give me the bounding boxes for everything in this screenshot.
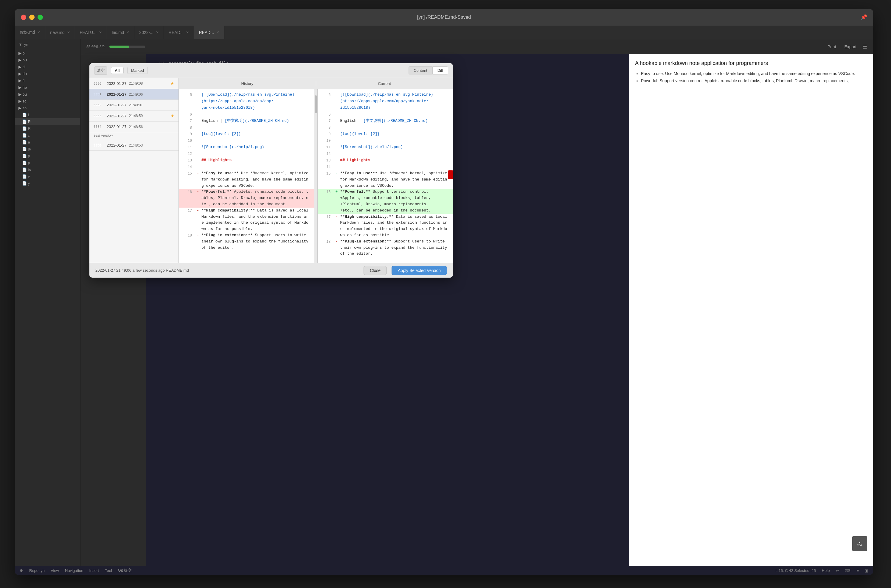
pin-icon[interactable]: 📌: [861, 14, 867, 21]
sidebar-item-do[interactable]: ▶ do: [15, 70, 80, 77]
progress-bar-fill: [110, 46, 129, 48]
toc-icon[interactable]: ☰: [862, 44, 867, 50]
status-bar-view[interactable]: View: [51, 568, 59, 573]
content-top-bar-right: Print Export ☰: [825, 43, 867, 50]
sidebar-file-e[interactable]: 📄 e: [15, 139, 80, 146]
app-window: [yn] /README.md-Saved 📌 你好.md ✕ new.md ✕…: [15, 9, 873, 575]
sidebar-item-sc[interactable]: ▶ sc: [15, 98, 80, 105]
diff-right-line-16: 16 + **Powerful:** Support version contr…: [318, 189, 453, 214]
history-clear-button[interactable]: 清空: [94, 66, 107, 75]
diff-left-line-11: 11 ![Screenshot](./help/1.png): [179, 144, 314, 151]
tab-read2[interactable]: READ... ✕: [194, 26, 224, 39]
history-close-button[interactable]: Close: [364, 266, 387, 275]
diff-left-line-8: 8: [179, 124, 314, 131]
tab-close-feature[interactable]: ✕: [99, 30, 102, 34]
diff-side-right[interactable]: 5 [![Download](./help/mas_en_svg.Pintein…: [317, 89, 453, 263]
minimize-button[interactable]: [29, 15, 35, 20]
history-item-0004[interactable]: 0004 2022-01-27 21:48:56: [89, 122, 179, 132]
diff-left-line-5c: yank-note/id1551528618): [179, 105, 314, 111]
history-dialog-footer: 2022-01-27 21:49:06 a few seconds ago RE…: [89, 263, 453, 278]
diff-right-line-6: 6: [318, 111, 453, 118]
history-item-0005[interactable]: 0005 2022-01-27 21:48:53: [89, 140, 179, 151]
tab-read1[interactable]: READ... ✕: [164, 26, 194, 39]
sidebar-file-r1[interactable]: 📄 R: [15, 118, 80, 125]
history-item-0001[interactable]: 0001 2022-01-27 21:49:06: [89, 89, 179, 100]
tab-his[interactable]: his.md ✕: [107, 26, 134, 39]
close-button[interactable]: [21, 15, 26, 20]
diff-header: History Current: [179, 78, 453, 89]
diff-right-line-18: 18 - **Plug-in extension:** Support user…: [318, 238, 453, 257]
sidebar-file-p1[interactable]: 📄 p: [15, 153, 80, 159]
sidebar-item-ou[interactable]: ▶ ou: [15, 91, 80, 98]
sidebar-item-sn[interactable]: ▶ sn: [15, 105, 80, 111]
diff-scrollbar-center[interactable]: [314, 89, 317, 263]
history-item-0002[interactable]: 0002 2022-01-27 21:49:01: [89, 100, 179, 111]
tab-ni-hao[interactable]: 你好.md ✕: [15, 26, 45, 39]
preview-title: A hookable markdown note application for…: [635, 60, 867, 66]
status-bar-list-icon[interactable]: ≡: [856, 568, 859, 573]
export-button[interactable]: Export: [842, 43, 859, 50]
diff-scroll-marker: [448, 170, 453, 179]
sidebar-item-fil[interactable]: ▶ fil: [15, 77, 80, 84]
tab-close-new[interactable]: ✕: [67, 30, 70, 34]
status-bar-tool[interactable]: Tool: [105, 568, 112, 573]
status-bar-repo[interactable]: Repo: yn: [29, 568, 45, 573]
tab-close-his[interactable]: ✕: [126, 30, 129, 34]
history-filter-all-button[interactable]: All: [111, 67, 124, 74]
history-tab-content[interactable]: Content: [409, 66, 433, 75]
diff-content: 5 [![Download](./help/mas_en_svg.Pintein…: [179, 89, 453, 263]
diff-left-line-6: 6: [179, 111, 314, 118]
sidebar-file-p2[interactable]: 📄 p: [15, 159, 80, 166]
top-arrow-icon: ▲: [858, 541, 861, 544]
sidebar-item-bu[interactable]: ▶ bu: [15, 57, 80, 63]
status-bar-settings-icon[interactable]: ⚙: [20, 568, 23, 573]
sidebar-file-v[interactable]: 📄 v: [15, 173, 80, 180]
diff-right-line-5b: (https://apps.apple.com/app/yank-note/: [318, 98, 453, 105]
diff-header-history: History: [179, 81, 316, 86]
history-item-0003[interactable]: 0003 2022-01-27 21:48:59 ★: [89, 111, 179, 122]
status-bar-terminal-icon[interactable]: ⌨: [845, 568, 850, 573]
tab-feature[interactable]: FEATU... ✕: [75, 26, 107, 39]
history-apply-button[interactable]: Apply Selected Version: [392, 266, 447, 275]
status-bar-git[interactable]: Git 提交: [118, 568, 132, 573]
status-bar-insert[interactable]: Insert: [89, 568, 99, 573]
print-button[interactable]: Print: [825, 43, 838, 50]
window-title: [yn] /README.md-Saved: [417, 15, 471, 20]
diff-left-line-5: 5 [![Download](./help/mas_en_svg.Pintein…: [179, 92, 314, 98]
status-bar-undo-icon[interactable]: ↩: [835, 568, 839, 573]
maximize-button[interactable]: [38, 15, 43, 20]
diff-left-line-15: 15 - **Easy to use:** Use *Monaco* kerne…: [179, 170, 314, 189]
status-bar-display-icon[interactable]: ▣: [865, 568, 868, 573]
tab-2022[interactable]: 2022-... ✕: [134, 26, 164, 39]
history-item-0000[interactable]: 0000 2022-01-27 21:49:08 ★: [89, 78, 179, 89]
progress-text: 55.66% 5/0: [86, 45, 105, 49]
tab-close-read2[interactable]: ✕: [216, 30, 219, 34]
sidebar-file-y[interactable]: 📄 y: [15, 180, 80, 187]
top-button[interactable]: ▲ TOP: [852, 536, 867, 551]
sidebar-file-je[interactable]: 📄 je: [15, 146, 80, 153]
sidebar-file-l[interactable]: 📄 L: [15, 111, 80, 118]
history-filter-marked-button[interactable]: Marked: [127, 67, 148, 74]
diff-left-line-9: 9 [toc]{level: [2]}: [179, 131, 314, 138]
progress-bar: [110, 46, 145, 48]
tab-close-2022[interactable]: ✕: [156, 30, 159, 34]
diff-header-current: Current: [316, 81, 453, 86]
status-bar-help[interactable]: Help: [822, 568, 830, 573]
sidebar-item-he[interactable]: ▶ he: [15, 84, 80, 91]
diff-right-line-8: 8: [318, 124, 453, 131]
diff-side-left[interactable]: 5 [![Download](./help/mas_en_svg.Pintein…: [179, 89, 314, 263]
sidebar-file-c[interactable]: 📄 c: [15, 132, 80, 139]
diff-left-line-16: 16 - **Powerful:** Applets, runnable cod…: [179, 189, 314, 207]
diff-right-line-14: 14: [318, 164, 453, 170]
status-bar-navigation[interactable]: Navigation: [65, 568, 83, 573]
preview-item-1: Easy to use: Use Monaco kernel, optimize…: [641, 71, 867, 76]
tab-close-read1[interactable]: ✕: [186, 30, 189, 34]
history-tab-diff[interactable]: Diff: [433, 66, 448, 75]
sidebar-item-bi[interactable]: ▶ bi: [15, 50, 80, 57]
sidebar-item-di[interactable]: ▶ di: [15, 63, 80, 70]
sidebar-file-r2[interactable]: 📄 R: [15, 125, 80, 132]
tab-new[interactable]: new.md ✕: [45, 26, 75, 39]
sidebar-file-ts[interactable]: 📄 ts: [15, 166, 80, 173]
diff-right-line-7: 7 English | [中文说明](./README_ZH-CN.md): [318, 118, 453, 124]
tab-close-ni-hao[interactable]: ✕: [37, 30, 40, 34]
